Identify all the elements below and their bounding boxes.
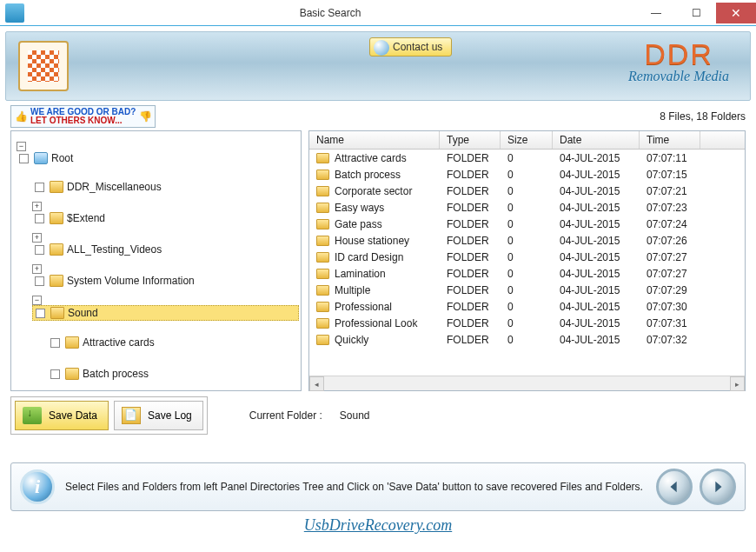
column-type[interactable]: Type <box>440 131 501 149</box>
folder-icon <box>316 302 329 312</box>
file-row[interactable]: QuicklyFOLDER004-JUL-201507:07:32 <box>309 331 745 348</box>
checkbox[interactable] <box>35 245 44 255</box>
file-row[interactable]: ID card DesignFOLDER004-JUL-201507:07:27 <box>309 249 745 265</box>
footer-bar: i Select Files and Folders from left Pan… <box>10 462 746 511</box>
scroll-right-button[interactable]: ▸ <box>730 376 745 391</box>
back-button[interactable] <box>656 469 693 505</box>
tree-toggle[interactable]: − <box>32 296 42 305</box>
save-data-label: Save Data <box>49 409 97 422</box>
tree-node[interactable]: DDR_Miscellaneous <box>32 180 299 194</box>
close-button[interactable]: ✕ <box>716 3 756 23</box>
tree-toggle[interactable]: + <box>32 233 42 243</box>
current-folder-label: Current Folder : <box>249 409 322 422</box>
tree-node-root[interactable]: Root <box>17 151 299 165</box>
checkbox[interactable] <box>35 214 44 223</box>
info-icon: i <box>20 469 55 504</box>
arrow-right-icon <box>710 479 726 495</box>
folder-icon <box>316 318 329 329</box>
drive-icon <box>34 152 48 164</box>
main-area: −RootDDR_Miscellaneous+$Extend+ALL_Testi… <box>10 130 746 391</box>
checkbox[interactable] <box>19 154 29 163</box>
file-row[interactable]: Batch processFOLDER004-JUL-201507:07:15 <box>309 166 745 183</box>
folder-icon <box>316 335 329 345</box>
tree-node[interactable]: $Extend <box>32 211 299 225</box>
save-log-label: Save Log <box>148 409 192 422</box>
folder-icon <box>316 285 329 296</box>
tree-node[interactable]: Batch process <box>48 367 299 381</box>
folder-icon <box>316 203 329 213</box>
file-row[interactable]: House stationeyFOLDER004-JUL-201507:07:2… <box>309 232 745 249</box>
file-row[interactable]: Gate passFOLDER004-JUL-201507:07:24 <box>309 216 745 232</box>
horizontal-scrollbar[interactable]: ◂ ▸ <box>309 376 745 390</box>
checkbox[interactable] <box>36 309 45 318</box>
checkbox[interactable] <box>35 183 44 192</box>
file-list-header[interactable]: Name Type Size Date Time <box>309 131 745 150</box>
maximize-button[interactable]: ☐ <box>676 3 716 23</box>
column-date[interactable]: Date <box>553 131 640 149</box>
arrow-left-icon <box>666 479 682 495</box>
folder-icon <box>316 219 329 229</box>
footer-message: Select Files and Folders from left Panel… <box>65 481 646 493</box>
file-row[interactable]: ProfessionalFOLDER004-JUL-201507:07:30 <box>309 298 745 315</box>
folder-icon <box>50 243 63 256</box>
summary-row: WE ARE GOOD OR BAD? LET OTHERS KNOW... 8… <box>10 106 746 127</box>
directory-tree[interactable]: −RootDDR_Miscellaneous+$Extend+ALL_Testi… <box>11 131 301 390</box>
checkbox[interactable] <box>35 276 44 286</box>
forward-button[interactable] <box>700 469 736 505</box>
app-icon <box>5 3 24 23</box>
save-icon <box>23 407 42 424</box>
log-icon <box>122 407 141 424</box>
minimize-button[interactable]: — <box>636 3 676 23</box>
save-log-button[interactable]: Save Log <box>114 401 203 430</box>
folder-icon <box>50 275 63 287</box>
action-button-bar: Save Data Save Log <box>10 396 208 435</box>
file-row[interactable]: MultipleFOLDER004-JUL-201507:07:29 <box>309 282 745 298</box>
folder-icon <box>65 336 79 349</box>
folder-icon <box>316 252 329 263</box>
current-folder: Current Folder : Sound <box>249 409 370 422</box>
file-folder-count: 8 Files, 18 Folders <box>660 110 746 123</box>
save-data-button[interactable]: Save Data <box>15 401 109 430</box>
folder-icon <box>316 170 329 180</box>
tree-toggle[interactable]: + <box>32 202 42 211</box>
tree-toggle[interactable]: − <box>17 142 26 151</box>
thumbs-up-icon <box>15 110 27 123</box>
file-list-body[interactable]: Attractive cardsFOLDER004-JUL-201507:07:… <box>309 150 745 376</box>
column-name[interactable]: Name <box>309 131 440 149</box>
file-row[interactable]: Corporate sectorFOLDER004-JUL-201507:07:… <box>309 183 745 199</box>
folder-icon <box>65 368 79 380</box>
brand-subtitle: Removable Media <box>628 69 729 84</box>
brand-name: DDR <box>628 39 729 69</box>
tree-node[interactable]: Sound <box>32 305 299 321</box>
file-row[interactable]: Easy waysFOLDER004-JUL-201507:07:23 <box>309 199 745 216</box>
checkbox[interactable] <box>50 338 60 348</box>
nav-buttons <box>656 469 736 505</box>
tree-toggle[interactable]: + <box>32 264 42 274</box>
file-row[interactable]: LaminationFOLDER004-JUL-201507:07:27 <box>309 265 745 282</box>
file-row[interactable]: Professional LookFOLDER004-JUL-201507:07… <box>309 315 745 331</box>
site-link[interactable]: UsbDriveRecovery.com <box>0 516 756 535</box>
header-banner: Contact us DDR Removable Media <box>5 31 751 101</box>
current-folder-value: Sound <box>340 409 370 422</box>
tree-node[interactable]: System Volume Information <box>32 274 299 288</box>
logo-icon <box>18 41 69 91</box>
folder-icon <box>50 181 63 193</box>
checkbox[interactable] <box>50 369 60 379</box>
folder-icon <box>316 269 329 279</box>
column-size[interactable]: Size <box>501 131 553 149</box>
window-title: Basic Search <box>24 7 636 19</box>
thumbs-down-icon <box>139 110 151 123</box>
file-row[interactable]: Attractive cardsFOLDER004-JUL-201507:07:… <box>309 150 745 166</box>
rate-us-button[interactable]: WE ARE GOOD OR BAD? LET OTHERS KNOW... <box>10 105 156 128</box>
rate-line2: LET OTHERS KNOW... <box>30 116 136 125</box>
tree-panel: −RootDDR_Miscellaneous+$Extend+ALL_Testi… <box>10 130 302 391</box>
tree-node[interactable]: ALL_Testing_Videos <box>32 243 299 256</box>
contact-us-button[interactable]: Contact us <box>369 37 452 57</box>
brand: DDR Removable Media <box>628 39 729 84</box>
folder-icon <box>316 236 329 246</box>
folder-icon <box>50 212 63 224</box>
titlebar: Basic Search — ☐ ✕ <box>0 0 756 26</box>
scroll-left-button[interactable]: ◂ <box>309 376 324 391</box>
tree-node[interactable]: Attractive cards <box>48 336 299 349</box>
column-time[interactable]: Time <box>640 131 700 149</box>
